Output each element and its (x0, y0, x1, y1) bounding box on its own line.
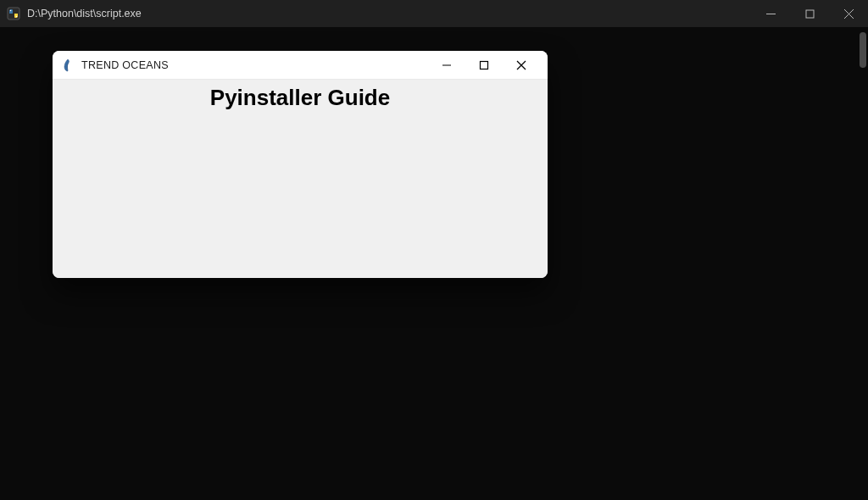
minimize-button[interactable] (751, 0, 790, 27)
close-button[interactable] (829, 0, 868, 27)
tkinter-window: TREND OCEANS Pyinstaller Guide (53, 51, 548, 278)
console-window-controls (751, 0, 868, 27)
svg-point-2 (16, 16, 18, 18)
app-icon (7, 7, 20, 20)
tkinter-title: TREND OCEANS (81, 59, 169, 71)
console-title: D:\Python\dist\script.exe (27, 8, 142, 19)
tkinter-title-group: TREND OCEANS (61, 58, 169, 72)
svg-point-1 (10, 10, 12, 12)
tk-maximize-button[interactable] (473, 54, 495, 76)
maximize-button[interactable] (790, 0, 829, 27)
tkinter-titlebar[interactable]: TREND OCEANS (53, 51, 548, 80)
tkinter-body: Pyinstaller Guide (53, 80, 548, 278)
tkinter-window-controls (436, 54, 542, 76)
svg-rect-9 (481, 61, 488, 69)
app-heading: Pyinstaller Guide (53, 85, 548, 111)
console-body: TREND OCEANS Pyinstaller Guide (0, 27, 868, 500)
scrollbar-thumb[interactable] (860, 32, 866, 68)
tk-feather-icon (61, 58, 75, 72)
console-window: D:\Python\dist\script.exe (0, 0, 868, 500)
svg-rect-4 (806, 10, 814, 18)
console-titlebar[interactable]: D:\Python\dist\script.exe (0, 0, 868, 27)
tk-minimize-button[interactable] (436, 54, 458, 76)
console-title-group: D:\Python\dist\script.exe (7, 7, 142, 20)
tk-close-button[interactable] (510, 54, 532, 76)
